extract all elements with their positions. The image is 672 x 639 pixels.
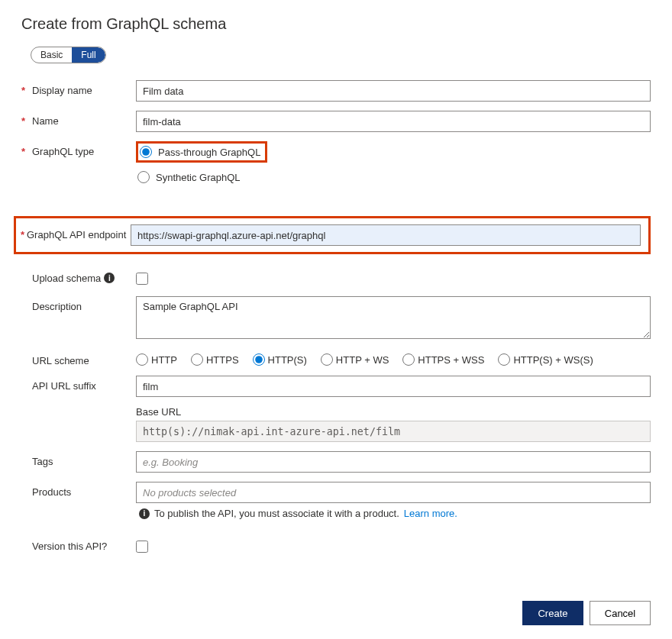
required-asterisk: * — [21, 85, 32, 96]
radio-http-s[interactable] — [253, 353, 265, 366]
row-name: * Name — [21, 111, 651, 132]
learn-more-link[interactable]: Learn more. — [404, 508, 457, 519]
row-display-name: * Display name — [21, 80, 651, 102]
label-display-name: Display name — [32, 85, 92, 96]
row-endpoint-highlight: * GraphQL API endpoint — [14, 216, 651, 254]
description-input[interactable]: Sample GraphQL API — [136, 296, 651, 339]
base-url-field — [136, 421, 651, 442]
label-tags: Tags — [32, 456, 53, 467]
radio-http-ws-label: HTTP + WS — [336, 354, 389, 366]
endpoint-input[interactable] — [131, 224, 641, 246]
radio-https-wss-label: HTTPS + WSS — [418, 354, 484, 366]
tags-input[interactable] — [136, 451, 651, 473]
display-name-input[interactable] — [136, 80, 651, 102]
radio-https-wrap[interactable]: HTTPS — [191, 353, 239, 366]
radio-https[interactable] — [191, 353, 203, 366]
label-description: Description — [32, 301, 82, 312]
products-input[interactable] — [136, 482, 651, 503]
label-api-url-suffix: API URL suffix — [32, 380, 96, 392]
row-graphql-type: * GraphQL type Pass-through GraphQL — [21, 141, 651, 166]
radio-http-s-ws-s-label: HTTP(S) + WS(S) — [513, 354, 593, 366]
radio-https-label: HTTPS — [206, 354, 239, 366]
products-info-line: i To publish the API, you must associate… — [136, 508, 651, 519]
radio-http-s-label: HTTP(S) — [268, 354, 307, 366]
label-graphql-type: GraphQL type — [32, 146, 94, 157]
url-scheme-options: HTTP HTTPS HTTP(S) HTTP + WS HTTPS + WSS… — [136, 350, 651, 366]
row-tags: Tags — [21, 451, 651, 473]
footer-buttons: Create Cancel — [21, 601, 651, 625]
radio-synthetic-label: Synthetic GraphQL — [156, 172, 241, 183]
name-input[interactable] — [136, 111, 651, 132]
radio-passthrough-wrap[interactable]: Pass-through GraphQL — [136, 141, 267, 163]
radio-httpSwsS-wrap[interactable]: HTTP(S) + WS(S) — [498, 353, 593, 366]
row-upload-schema: Upload schema i — [21, 268, 651, 287]
required-asterisk: * — [21, 146, 32, 157]
label-base-url: Base URL — [136, 406, 651, 418]
radio-http[interactable] — [136, 353, 148, 366]
info-icon[interactable]: i — [104, 273, 115, 283]
row-api-url-suffix: API URL suffix — [21, 376, 651, 397]
row-url-scheme: URL scheme HTTP HTTPS HTTP(S) HTTP + WS … — [21, 350, 651, 366]
radio-httpswss-wrap[interactable]: HTTPS + WSS — [402, 353, 484, 366]
radio-https-wss[interactable] — [402, 353, 415, 366]
radio-http-s-ws-s[interactable] — [498, 353, 510, 366]
row-graphql-type-synthetic: Synthetic GraphQL — [21, 169, 651, 189]
label-version-api: Version this API? — [32, 541, 107, 552]
radio-synthetic[interactable] — [137, 171, 150, 183]
radio-synthetic-wrap[interactable]: Synthetic GraphQL — [136, 169, 651, 186]
radio-http-wrap[interactable]: HTTP — [136, 353, 177, 366]
label-endpoint: GraphQL API endpoint — [27, 229, 126, 240]
radio-passthrough[interactable] — [140, 146, 152, 158]
upload-schema-checkbox[interactable] — [136, 273, 148, 285]
api-url-suffix-input[interactable] — [136, 376, 651, 397]
toggle-basic[interactable]: Basic — [31, 47, 72, 63]
toggle-full[interactable]: Full — [72, 47, 105, 63]
row-base-url: Base URL — [21, 406, 651, 442]
info-icon: i — [139, 508, 150, 519]
radio-httpS-wrap[interactable]: HTTP(S) — [253, 353, 307, 366]
row-description: Description Sample GraphQL API — [21, 296, 651, 341]
view-toggle[interactable]: Basic Full — [31, 47, 106, 63]
label-products: Products — [32, 486, 71, 498]
label-upload-schema: Upload schema — [32, 273, 101, 284]
required-asterisk: * — [16, 229, 27, 240]
radio-http-label: HTTP — [151, 354, 177, 366]
products-info-text: To publish the API, you must associate i… — [154, 508, 399, 519]
row-products: Products i To publish the API, you must … — [21, 482, 651, 519]
cancel-button[interactable]: Cancel — [590, 601, 651, 625]
row-version-api: Version this API? — [21, 536, 651, 555]
radio-http-ws[interactable] — [321, 353, 333, 366]
label-url-scheme: URL scheme — [32, 355, 89, 366]
version-api-checkbox[interactable] — [136, 541, 148, 553]
page-title: Create from GraphQL schema — [21, 15, 651, 33]
required-asterisk: * — [21, 115, 32, 127]
create-button[interactable]: Create — [522, 601, 583, 625]
radio-passthrough-label: Pass-through GraphQL — [158, 147, 260, 158]
label-name: Name — [32, 115, 59, 127]
radio-httpws-wrap[interactable]: HTTP + WS — [321, 353, 389, 366]
